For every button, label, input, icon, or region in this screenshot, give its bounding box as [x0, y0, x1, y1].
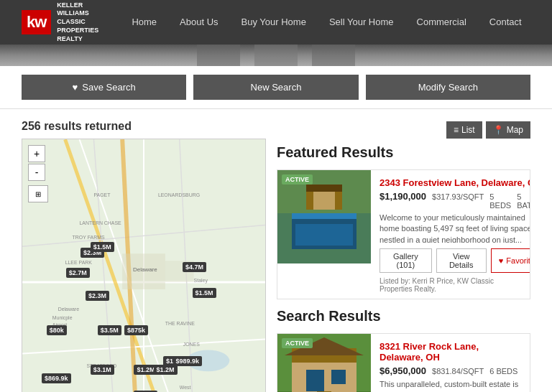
- map-price-pin[interactable]: $2.7M: [66, 268, 90, 278]
- svg-text:Delaware: Delaware: [133, 266, 157, 273]
- nav-home[interactable]: Home: [120, 0, 168, 45]
- featured-property-baths: 5 BATHS: [517, 192, 530, 210]
- featured-section-title: Featured Results: [277, 144, 530, 161]
- results-panel: ≡ List 📍 Map Featured Results: [277, 120, 530, 392]
- heart-icon: ♥: [73, 82, 78, 93]
- svg-rect-37: [313, 192, 335, 210]
- view-toggle: ≡ List 📍 Map: [446, 121, 530, 139]
- svg-text:JONES: JONES: [183, 342, 201, 347]
- svg-text:Municple: Municple: [52, 315, 73, 321]
- featured-property-beds: 5 BEDS: [489, 192, 511, 210]
- main-nav: Home About Us Buy Your Home Sell Your Ho…: [120, 0, 533, 45]
- save-search-button[interactable]: ♥ Save Search: [22, 75, 186, 100]
- svg-text:PAGET: PAGET: [93, 192, 111, 197]
- featured-property-card: ACTIVE 2343 Forestview Lane, Delaware, O…: [277, 169, 530, 299]
- map-layers-button[interactable]: ⊞: [28, 185, 48, 202]
- results-header: ≡ List 📍 Map: [277, 120, 530, 139]
- map-price-pin[interactable]: $4.7M: [183, 262, 206, 272]
- featured-gallery-button[interactable]: Gallery (101): [380, 248, 432, 273]
- list-view-button[interactable]: ≡ List: [446, 121, 482, 139]
- logo-text: KELLER WILLIAMS CLASSIC PROPERTIES REALT…: [57, 1, 98, 43]
- main-content: 256 results returned: [0, 109, 552, 392]
- featured-property-sqft: $317.93/SQFT: [432, 192, 484, 201]
- nav-sell[interactable]: Sell Your Home: [318, 0, 405, 45]
- search-property-beds: 6 BEDS: [489, 367, 518, 375]
- layers-icon: ⊞: [35, 190, 41, 198]
- modify-search-button[interactable]: Modify Search: [366, 75, 530, 100]
- featured-property-address[interactable]: 2343 Forestview Lane, Delaware, OH: [380, 177, 530, 188]
- search-property-image[interactable]: ACTIVE: [277, 334, 371, 392]
- search-property-info: 8321 River Rock Lane, Delaware, OH $6,95…: [380, 334, 530, 392]
- hero-strip: [0, 45, 552, 66]
- featured-property-info: 2343 Forestview Lane, Delaware, OH $1,19…: [380, 170, 530, 299]
- search-property-address[interactable]: 8321 River Rock Lane, Delaware, OH: [380, 341, 523, 363]
- map-pin-icon: 📍: [493, 125, 504, 135]
- featured-property-desc: Welcome to your meticulously maintained …: [380, 213, 530, 243]
- map-area[interactable]: Delaware LEONARDSBURG LANTERN CHASE TROY…: [22, 139, 266, 392]
- svg-rect-45: [331, 370, 346, 384]
- map-view-button[interactable]: 📍 Map: [486, 121, 530, 139]
- svg-rect-44: [306, 370, 324, 391]
- svg-text:TROY FARMS: TROY FARMS: [73, 235, 105, 240]
- map-price-pin[interactable]: $80k: [47, 325, 67, 335]
- kw-logo: kw: [22, 10, 51, 34]
- svg-text:Staley: Staley: [194, 278, 208, 284]
- svg-text:West: West: [180, 385, 191, 390]
- site-header: kw KELLER WILLIAMS CLASSIC PROPERTIES RE…: [0, 0, 552, 45]
- featured-details-button[interactable]: View Details: [436, 248, 487, 273]
- active-badge-search: ACTIVE: [282, 338, 313, 348]
- active-badge-featured: ACTIVE: [282, 174, 313, 185]
- new-search-button[interactable]: New Search: [193, 75, 358, 100]
- map-price-pin[interactable]: $1.2M: [154, 365, 178, 375]
- svg-text:LLEE PARK: LLEE PARK: [65, 260, 93, 265]
- svg-rect-36: [306, 185, 342, 192]
- list-icon: ≡: [454, 125, 459, 135]
- map-price-pin[interactable]: $1.5M: [193, 288, 216, 298]
- featured-property-price-row: $1,190,000 $317.93/SQFT 5 BEDS 5 BATHS: [380, 191, 530, 210]
- svg-rect-33: [292, 213, 356, 219]
- svg-text:LANTERN CHASE: LANTERN CHASE: [80, 220, 122, 225]
- map-price-pin[interactable]: $3.1M: [91, 365, 114, 375]
- search-property-sqft: $831.84/SQFT: [432, 367, 484, 375]
- heart-icon-featured: ♥: [499, 256, 504, 265]
- search-section-title: Search Results: [277, 308, 530, 325]
- map-price-pin[interactable]: $3.5M: [98, 325, 121, 335]
- featured-property-price: $1,190,000: [380, 191, 426, 202]
- search-property-desc: This unparalleled, custom-built estate i…: [380, 379, 523, 392]
- featured-property-listed: Listed by: Kerri R Price, KW Classic Pro…: [380, 277, 530, 293]
- featured-favorite-button[interactable]: ♥ Favorite: [491, 248, 530, 273]
- nav-about[interactable]: About Us: [168, 0, 229, 45]
- featured-property-image[interactable]: ACTIVE: [277, 170, 371, 263]
- svg-rect-38: [295, 224, 353, 246]
- zoom-out-button[interactable]: -: [28, 164, 45, 181]
- search-property-price-row: $6,950,000 $831.84/SQFT 6 BEDS: [380, 365, 523, 376]
- featured-property-actions: Gallery (101) View Details ♥ Favorite: [380, 248, 530, 273]
- map-price-pin[interactable]: $875k: [124, 325, 148, 335]
- zoom-in-button[interactable]: +: [28, 145, 45, 162]
- map-controls: + - ⊞: [28, 145, 48, 202]
- search-property-price: $6,950,000: [380, 365, 426, 376]
- svg-text:THE RAVINE: THE RAVINE: [165, 321, 195, 326]
- logo[interactable]: kw KELLER WILLIAMS CLASSIC PROPERTIES RE…: [22, 1, 98, 43]
- nav-buy[interactable]: Buy Your Home: [230, 0, 318, 45]
- svg-text:LEONARDSBURG: LEONARDSBURG: [158, 192, 200, 197]
- nav-contact[interactable]: Contact: [478, 0, 533, 45]
- nav-commercial[interactable]: Commercial: [405, 0, 478, 45]
- map-price-pin[interactable]: $1.5M: [91, 242, 114, 252]
- search-toolbar: ♥ Save Search New Search Modify Search: [0, 66, 552, 109]
- svg-text:Delaware: Delaware: [58, 307, 79, 312]
- map-price-pin[interactable]: $989.9k: [173, 356, 203, 366]
- map-price-pin[interactable]: $869.9k: [42, 373, 71, 383]
- results-count: 256 results returned: [22, 120, 266, 133]
- search-property-card: ACTIVE 8321 River Rock Lane, Delaware, O…: [277, 333, 530, 392]
- map-price-pin[interactable]: $2.3M: [86, 291, 109, 301]
- map-container: 256 results returned: [22, 120, 266, 392]
